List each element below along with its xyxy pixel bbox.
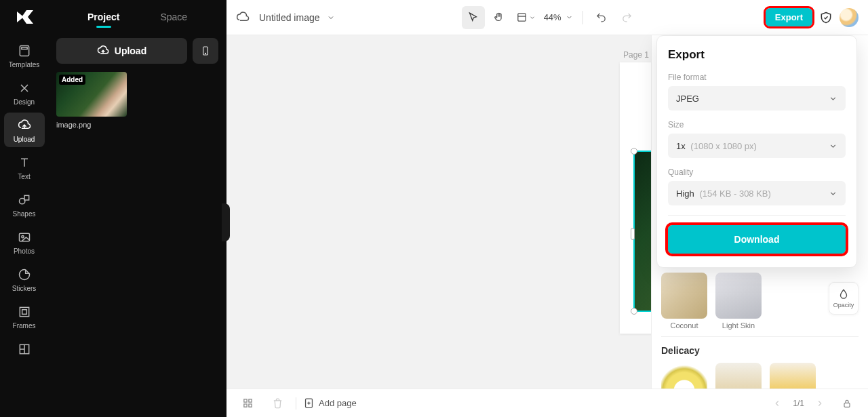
project-panel: Project Space Upload Added image.png <box>48 0 226 417</box>
stickers-icon <box>17 267 32 282</box>
redo-button[interactable] <box>616 6 639 29</box>
next-page-button[interactable] <box>808 392 831 415</box>
svg-rect-20 <box>243 399 246 402</box>
svg-rect-1 <box>21 47 26 49</box>
lock-icon <box>842 398 852 409</box>
app-logo[interactable] <box>13 5 36 28</box>
filter-thumb[interactable]: Light Skin <box>715 273 762 330</box>
cloud-sync-icon[interactable] <box>236 11 250 24</box>
rail-frames[interactable]: Frames <box>4 299 45 334</box>
shield-icon[interactable] <box>819 11 833 24</box>
project-tabs: Project Space <box>54 0 221 34</box>
lock-button[interactable] <box>835 392 859 415</box>
rail-photos[interactable]: Photos <box>4 224 45 259</box>
select-tool[interactable] <box>462 6 485 29</box>
rail-shapes[interactable]: Shapes <box>4 187 45 222</box>
upload-from-device-button[interactable] <box>193 38 218 64</box>
tab-space[interactable]: Space <box>160 2 187 32</box>
rail-text[interactable]: Text <box>4 150 45 184</box>
rail-templates[interactable]: Templates <box>4 38 45 73</box>
quality-label: Quality <box>668 167 846 177</box>
page-counter: 1/1 <box>793 399 804 408</box>
quality-value: High <box>676 188 694 199</box>
asset-thumb-name: image.png <box>56 121 127 129</box>
filter-thumb[interactable]: Coconut <box>661 273 707 330</box>
rail-label: Templates <box>9 61 40 68</box>
bottom-bar: Add page 1/1 <box>226 389 868 417</box>
topbar: Untitled image 44% Export <box>226 0 868 35</box>
export-button[interactable]: Export <box>766 8 812 26</box>
hand-tool[interactable] <box>488 6 511 29</box>
text-icon <box>17 155 32 170</box>
filter-thumb[interactable] <box>661 363 707 389</box>
svg-rect-7 <box>22 310 26 315</box>
export-heading: Export <box>668 48 846 62</box>
chevron-left-icon <box>772 399 782 408</box>
filter-thumb[interactable] <box>715 363 762 389</box>
rail-label: Frames <box>13 322 36 330</box>
resize-handle-ml[interactable] <box>631 228 635 240</box>
prev-page-button[interactable] <box>766 392 789 415</box>
resize-handle-bl[interactable] <box>631 308 637 315</box>
cursor-icon <box>467 12 479 23</box>
svg-rect-3 <box>24 195 29 200</box>
asset-thumb[interactable]: Added image.png <box>56 72 127 129</box>
templates-icon <box>17 43 32 58</box>
left-icon-rail: Templates Design Upload Text Shapes Phot… <box>0 0 48 417</box>
add-page-button[interactable]: Add page <box>303 397 357 409</box>
size-dimensions: (1080 x 1080 px) <box>690 141 757 151</box>
design-icon <box>17 81 32 96</box>
filter-thumb-label: Light Skin <box>715 321 762 330</box>
rail-label: Design <box>14 98 35 106</box>
resize-handle-tl[interactable] <box>631 148 637 155</box>
resize-icon <box>516 12 528 23</box>
hand-icon <box>493 12 505 23</box>
rail-label: Photos <box>14 247 35 255</box>
droplet-icon <box>837 288 850 300</box>
panel-collapse-handle[interactable] <box>222 203 230 241</box>
undo-icon <box>595 12 607 23</box>
frames-icon <box>17 304 32 319</box>
size-value: 1x <box>676 141 686 151</box>
zoom-control[interactable]: 44% <box>541 12 576 22</box>
file-format-select[interactable]: JPEG <box>668 86 846 111</box>
pages-view-button[interactable] <box>236 392 259 415</box>
add-page-icon <box>303 397 315 409</box>
file-format-label: File format <box>668 73 846 82</box>
chevron-down-icon <box>829 189 837 198</box>
chevron-down-icon <box>327 14 335 22</box>
rail-label: Shapes <box>13 210 36 218</box>
rail-upload[interactable]: Upload <box>4 113 45 147</box>
svg-rect-21 <box>248 399 251 402</box>
rail-stickers[interactable]: Stickers <box>4 262 45 296</box>
rail-label: Upload <box>14 136 35 143</box>
svg-rect-22 <box>243 404 246 407</box>
document-title[interactable]: Untitled image <box>259 12 335 23</box>
cloud-upload-icon <box>97 45 109 57</box>
upload-button[interactable]: Upload <box>56 38 187 64</box>
chevron-down-icon <box>529 14 536 21</box>
delete-page-button[interactable] <box>266 392 289 415</box>
resize-tool[interactable] <box>513 6 538 29</box>
size-label: Size <box>668 120 846 130</box>
filter-thumb[interactable] <box>770 363 816 389</box>
quality-select[interactable]: High (154 KB - 308 KB) <box>668 181 846 205</box>
phone-icon <box>200 44 211 58</box>
avatar[interactable] <box>840 8 859 27</box>
quality-filesize: (154 KB - 308 KB) <box>699 188 771 199</box>
rail-design[interactable]: Design <box>4 75 45 110</box>
tab-project[interactable]: Project <box>87 2 119 32</box>
svg-rect-11 <box>517 14 525 21</box>
download-button[interactable]: Download <box>668 225 846 254</box>
size-select[interactable]: 1x (1080 x 1080 px) <box>668 134 846 158</box>
rail-label: Stickers <box>12 285 37 292</box>
main-area: Untitled image 44% Export Page 1 <box>226 0 868 417</box>
rail-label: Text <box>18 173 30 180</box>
rail-more[interactable] <box>4 336 45 357</box>
grid-icon <box>242 397 254 409</box>
upload-button-label: Upload <box>115 45 146 56</box>
shapes-icon <box>17 193 32 207</box>
opacity-tool[interactable]: Opacity <box>829 282 859 315</box>
undo-button[interactable] <box>590 6 613 29</box>
zoom-value: 44% <box>544 12 561 22</box>
